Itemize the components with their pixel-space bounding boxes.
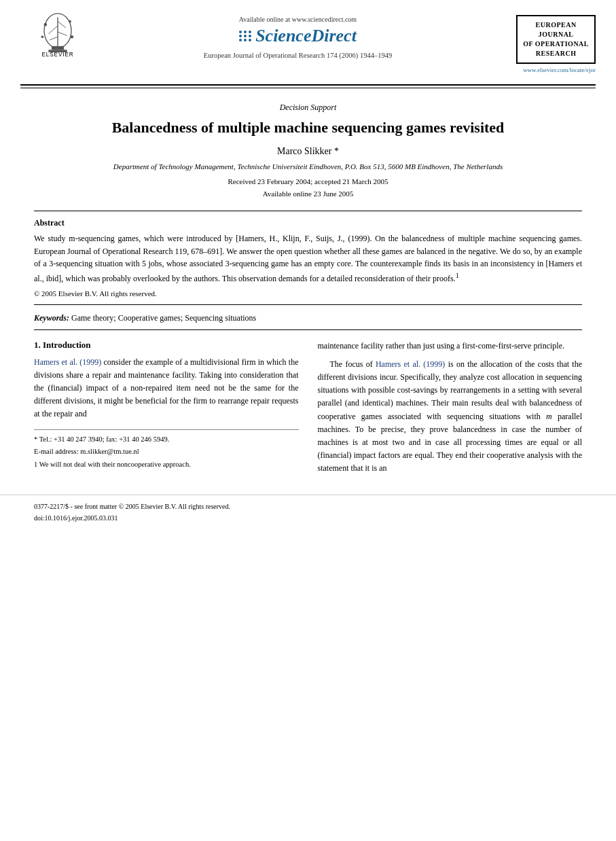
section1-right-p1: maintenance facility rather than just us… [318,340,583,353]
abstract-divider-top [34,211,582,211]
footer-doi: doi:10.1016/j.ejor.2005.03.031 [34,512,582,524]
header-dividers [0,83,616,89]
received-dates: Received 23 February 2004; accepted 21 M… [34,176,582,200]
keywords-line: Keywords: Game theory; Cooperative games… [34,312,582,324]
hamers-1999-link-2[interactable]: Hamers et al. (1999) [376,359,445,369]
ejor-line3: OF OPERATIONAL [523,39,589,49]
paper-title: Balancedness of multiple machine sequenc… [34,118,582,138]
ejor-box-container: EUROPEAN JOURNAL OF OPERATIONAL RESEARCH… [501,12,596,73]
ejor-box: EUROPEAN JOURNAL OF OPERATIONAL RESEARCH [516,15,596,64]
abstract-title: Abstract [34,218,582,228]
svg-point-11 [71,35,74,39]
section1-right-body: maintenance facility rather than just us… [318,340,583,476]
ejor-line4: RESEARCH [523,49,589,58]
abstract-text: We study m-sequencing games, which were … [34,232,582,285]
focus-intro: The focus of [330,359,376,369]
sd-dots-decoration [239,31,251,41]
section1-body: Hamers et al. (1999) consider the exampl… [34,356,299,421]
keywords-label: Keywords: [34,313,69,323]
keywords-divider [34,304,582,305]
body-divider [34,329,582,330]
available-online-text: Available online at www.sciencedirect.co… [239,16,357,23]
abstract-body: We study m-sequencing games, which were … [34,234,582,283]
received-text: Received 23 February 2004; accepted 21 M… [228,177,388,185]
focus-text: is on the allocation of the costs that t… [318,359,583,473]
section-label: Decision Support [34,103,582,113]
footnote-area-left: * Tel.: +31 40 247 3940; fax: +31 40 246… [34,429,299,471]
hamers-1999-link[interactable]: Hamers et al. (1999) [34,357,101,367]
available-online-date: Available online 23 June 2005 [263,190,354,198]
svg-line-7 [50,37,58,40]
sciencedirect-branding: Available online at www.sciencedirect.co… [95,12,501,59]
sciencedirect-wordmark: ScienceDirect [255,26,357,46]
column-left: 1. Introduction Hamers et al. (1999) con… [34,340,299,481]
section1-right-p2: The focus of Hamers et al. (1999) is on … [318,358,583,476]
author-affiliation: Department of Technology Management, Tec… [34,161,582,173]
ejor-line1: EUROPEAN [523,20,589,30]
page: ELSEVIER Available online at www.science… [0,0,616,841]
svg-line-6 [58,22,66,28]
section1-p1: Hamers et al. (1999) consider the exampl… [34,356,299,421]
svg-text:ELSEVIER: ELSEVIER [41,52,73,58]
ejor-website: www.elsevier.com/locate/ejor [523,67,596,73]
svg-line-5 [58,32,67,35]
elsevier-logo-container: ELSEVIER [20,12,95,58]
abstract-footnote-sup: 1 [456,272,459,279]
two-column-body: 1. Introduction Hamers et al. (1999) con… [34,340,582,481]
column-right: maintenance facility rather than just us… [318,340,583,481]
copyright-line: © 2005 Elsevier B.V. All rights reserved… [34,289,582,298]
abstract-section: Abstract We study m-sequencing games, wh… [34,218,582,297]
footer-issn: 0377-2217/$ - see front matter © 2005 El… [34,501,582,512]
footnote-one: 1 We will not deal with their noncoopera… [34,459,299,471]
svg-point-10 [41,35,44,38]
main-content: Decision Support Balancedness of multipl… [0,89,616,495]
journal-name-line: European Journal of Operational Research… [204,52,392,59]
section1-heading: 1. Introduction [34,340,299,351]
sciencedirect-logo: ScienceDirect [239,26,357,46]
rule-thin [20,88,596,88]
rule-thick-top [20,84,596,86]
footnote-star: * Tel.: +31 40 247 3940; fax: +31 40 246… [34,434,299,446]
svg-line-4 [48,26,58,34]
svg-point-8 [44,23,48,26]
elsevier-logo: ELSEVIER [27,12,88,58]
ejor-line2: JOURNAL [523,30,589,39]
page-footer: 0377-2217/$ - see front matter © 2005 El… [0,495,616,524]
keywords-values: Game theory; Cooperative games; Sequenci… [71,313,256,323]
footnote-email: E-mail address: m.slikker@tm.tue.nl [34,446,299,458]
author-name: Marco Slikker * [34,146,582,157]
header: ELSEVIER Available online at www.science… [0,0,616,80]
svg-point-9 [69,20,71,23]
